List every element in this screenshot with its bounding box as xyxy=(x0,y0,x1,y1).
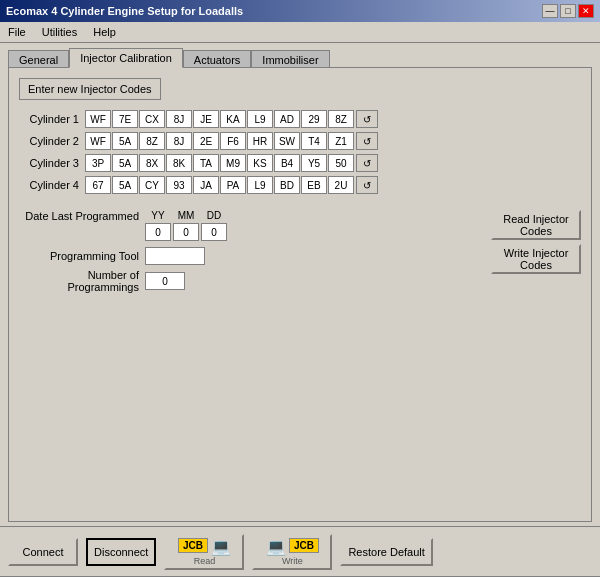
programming-tool-row: Programming Tool xyxy=(19,247,471,265)
cyl2-code-5[interactable] xyxy=(220,132,246,150)
cyl4-code-2[interactable] xyxy=(139,176,165,194)
date-yy-input[interactable] xyxy=(145,223,171,241)
bottom-section: Date Last Programmed YY MM DD xyxy=(19,210,581,297)
programming-tool-input[interactable] xyxy=(145,247,205,265)
close-button[interactable]: ✕ xyxy=(578,4,594,18)
date-headers: YY MM DD xyxy=(145,210,227,221)
cyl1-code-8[interactable] xyxy=(301,110,327,128)
cyl2-code-0[interactable] xyxy=(85,132,111,150)
cyl3-code-7[interactable] xyxy=(274,154,300,172)
cyl1-code-3[interactable] xyxy=(166,110,192,128)
cyl2-code-8[interactable] xyxy=(301,132,327,150)
jcb-read-logo: JCB xyxy=(178,538,208,553)
cyl3-code-4[interactable] xyxy=(193,154,219,172)
cyl1-code-1[interactable] xyxy=(112,110,138,128)
cyl4-code-1[interactable] xyxy=(112,176,138,194)
date-inputs: YY MM DD xyxy=(145,210,227,241)
cyl1-arrow-button[interactable]: ↺ xyxy=(356,110,378,128)
cylinder-2-row: Cylinder 2 ↺ xyxy=(19,132,581,150)
date-mm-input[interactable] xyxy=(173,223,199,241)
menu-bar: File Utilities Help xyxy=(0,22,600,43)
footer: Connect Disconnect JCB 💻 Read 💻 JCB Writ… xyxy=(0,526,600,576)
title-bar: Ecomax 4 Cylinder Engine Setup for Loada… xyxy=(0,0,600,22)
cyl4-code-7[interactable] xyxy=(274,176,300,194)
jcb-write-logo: JCB xyxy=(289,538,319,553)
cylinder-1-row: Cylinder 1 ↺ xyxy=(19,110,581,128)
cyl1-code-4[interactable] xyxy=(193,110,219,128)
num-programmings-row: Number of Programmings xyxy=(19,269,471,293)
jcb-read-button[interactable]: JCB 💻 Read xyxy=(164,534,244,570)
read-injector-codes-button[interactable]: Read Injector Codes xyxy=(491,210,581,240)
cyl4-code-8[interactable] xyxy=(301,176,327,194)
cyl4-code-9[interactable] xyxy=(328,176,354,194)
connect-button[interactable]: Connect xyxy=(8,538,78,566)
jcb-write-button[interactable]: 💻 JCB Write xyxy=(252,534,332,570)
read-arrow-icon: 💻 xyxy=(211,537,231,556)
cyl3-code-5[interactable] xyxy=(220,154,246,172)
content-area: Enter new Injector Codes Cylinder 1 ↺ xyxy=(8,67,592,522)
maximize-button[interactable]: □ xyxy=(560,4,576,18)
write-injector-codes-button[interactable]: Write Injector Codes xyxy=(491,244,581,274)
cyl3-code-1[interactable] xyxy=(112,154,138,172)
main-window: General Injector Calibration Actuators I… xyxy=(0,43,600,576)
cylinder-3-label: Cylinder 3 xyxy=(19,157,79,169)
window-controls: — □ ✕ xyxy=(542,4,594,18)
cyl3-code-2[interactable] xyxy=(139,154,165,172)
cylinder-4-label: Cylinder 4 xyxy=(19,179,79,191)
cyl2-code-6[interactable] xyxy=(247,132,273,150)
cyl4-code-4[interactable] xyxy=(193,176,219,194)
cyl2-arrow-button[interactable]: ↺ xyxy=(356,132,378,150)
cyl4-code-0[interactable] xyxy=(85,176,111,194)
cyl3-code-0[interactable] xyxy=(85,154,111,172)
cyl1-code-9[interactable] xyxy=(328,110,354,128)
injector-buttons-section: Read Injector Codes Write Injector Codes xyxy=(491,210,581,297)
date-fields xyxy=(145,223,227,241)
window-title: Ecomax 4 Cylinder Engine Setup for Loada… xyxy=(6,5,243,17)
programming-tool-label: Programming Tool xyxy=(19,250,139,262)
cylinder-section: Cylinder 1 ↺ Cylinder 2 xyxy=(19,110,581,194)
cyl4-code-6[interactable] xyxy=(247,176,273,194)
cylinder-1-label: Cylinder 1 xyxy=(19,113,79,125)
cyl2-code-3[interactable] xyxy=(166,132,192,150)
cyl1-code-7[interactable] xyxy=(274,110,300,128)
cyl1-code-2[interactable] xyxy=(139,110,165,128)
cyl4-code-5[interactable] xyxy=(220,176,246,194)
read-label: Read xyxy=(194,556,216,566)
cyl3-code-6[interactable] xyxy=(247,154,273,172)
date-dd-input[interactable] xyxy=(201,223,227,241)
tab-injector-calibration[interactable]: Injector Calibration xyxy=(69,48,183,68)
date-programmed-label: Date Last Programmed xyxy=(19,210,139,222)
restore-default-button[interactable]: Restore Default xyxy=(340,538,432,566)
write-arrow-icon: 💻 xyxy=(266,537,286,556)
cyl2-code-4[interactable] xyxy=(193,132,219,150)
menu-file[interactable]: File xyxy=(4,24,30,40)
menu-help[interactable]: Help xyxy=(89,24,120,40)
minimize-button[interactable]: — xyxy=(542,4,558,18)
date-mm-header: MM xyxy=(173,210,199,221)
cyl3-arrow-button[interactable]: ↺ xyxy=(356,154,378,172)
cyl4-code-3[interactable] xyxy=(166,176,192,194)
cyl2-code-9[interactable] xyxy=(328,132,354,150)
cyl2-code-1[interactable] xyxy=(112,132,138,150)
menu-utilities[interactable]: Utilities xyxy=(38,24,81,40)
cyl3-code-9[interactable] xyxy=(328,154,354,172)
cyl2-code-2[interactable] xyxy=(139,132,165,150)
cyl2-code-7[interactable] xyxy=(274,132,300,150)
write-label: Write xyxy=(282,556,303,566)
date-programmed-row: Date Last Programmed YY MM DD xyxy=(19,210,471,241)
date-yy-header: YY xyxy=(145,210,171,221)
tab-bar: General Injector Calibration Actuators I… xyxy=(0,43,600,67)
enter-injector-codes-button[interactable]: Enter new Injector Codes xyxy=(19,78,161,100)
disconnect-button[interactable]: Disconnect xyxy=(86,538,156,566)
cyl1-code-6[interactable] xyxy=(247,110,273,128)
cyl1-code-0[interactable] xyxy=(85,110,111,128)
date-dd-header: DD xyxy=(201,210,227,221)
cyl3-code-8[interactable] xyxy=(301,154,327,172)
cylinder-3-row: Cylinder 3 ↺ xyxy=(19,154,581,172)
info-section: Date Last Programmed YY MM DD xyxy=(19,210,471,297)
cyl4-arrow-button[interactable]: ↺ xyxy=(356,176,378,194)
cylinder-4-row: Cylinder 4 ↺ xyxy=(19,176,581,194)
cyl3-code-3[interactable] xyxy=(166,154,192,172)
cyl1-code-5[interactable] xyxy=(220,110,246,128)
num-programmings-input[interactable] xyxy=(145,272,185,290)
